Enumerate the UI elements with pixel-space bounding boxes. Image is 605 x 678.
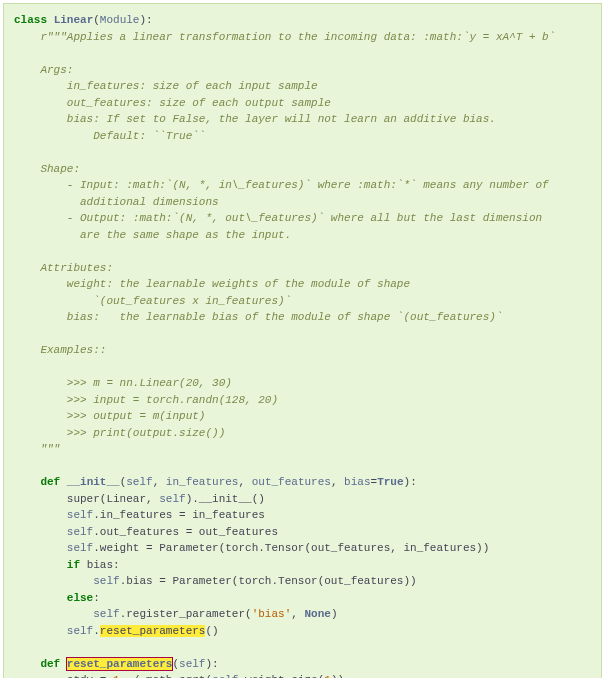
self-ref: self	[212, 674, 238, 678]
highlighted-call: reset_parameters	[100, 625, 206, 637]
docstring-line: """	[40, 443, 60, 455]
docstring-line: >>> m = nn.Linear(20, 30)	[67, 377, 232, 389]
code-block: class Linear(Module): r"""Applies a line…	[3, 3, 602, 678]
docstring-line: Args:	[40, 64, 73, 76]
docstring-line: Shape:	[40, 163, 80, 175]
code-text: ).__init__()	[186, 493, 265, 505]
self-ref: self	[67, 509, 93, 521]
code-text: ,	[291, 608, 304, 620]
docstring-line: bias: If set to False, the layer will no…	[67, 113, 496, 125]
keyword-if: if	[67, 559, 80, 571]
self-ref: self	[93, 608, 119, 620]
code-text: .register_parameter(	[120, 608, 252, 620]
docstring-line: in_features: size of each input sample	[67, 80, 318, 92]
code-text: .	[93, 625, 100, 637]
code-text: / math.sqrt(	[126, 674, 212, 678]
code-text: .in_features = in_features	[93, 509, 265, 521]
code-text: .bias = Parameter(torch.Tensor(out_featu…	[120, 575, 417, 587]
class-name: Linear	[54, 14, 94, 26]
docstring-line: weight: the learnable weights of the mod…	[67, 278, 410, 290]
docstring-line: r"""Applies a linear transformation to t…	[40, 31, 555, 43]
function-name-init: __init__	[67, 476, 120, 488]
param: bias	[344, 476, 370, 488]
code-text: )	[331, 608, 338, 620]
docstring-line: are the same shape as the input.	[80, 229, 291, 241]
keyword-def: def	[40, 658, 60, 670]
docstring-line: Default: ``True``	[93, 130, 205, 142]
docstring-line: >>> output = m(input)	[67, 410, 206, 422]
docstring-line: Attributes:	[40, 262, 113, 274]
self-ref: self	[93, 575, 119, 587]
docstring-line: - Output: :math:`(N, *, out\_features)` …	[67, 212, 542, 224]
docstring-line: >>> print(output.size())	[67, 427, 225, 439]
code-text: ))	[331, 674, 344, 678]
param-self: self	[179, 658, 205, 670]
self-ref: self	[67, 542, 93, 554]
code-text: super(Linear,	[67, 493, 159, 505]
function-name-reset: reset_parameters	[67, 658, 173, 670]
param: out_features	[252, 476, 331, 488]
docstring-line: - Input: :math:`(N, *, in\_features)` wh…	[67, 179, 549, 191]
docstring-line: Examples::	[40, 344, 106, 356]
number-literal: 1	[324, 674, 331, 678]
docstring-line: `(out_features x in_features)`	[93, 295, 291, 307]
number-literal: 1.	[113, 674, 126, 678]
string-literal: 'bias'	[252, 608, 292, 620]
keyword-def: def	[40, 476, 60, 488]
code-text: .weight.size(	[238, 674, 324, 678]
param-self: self	[126, 476, 152, 488]
docstring-line: >>> input = torch.randn(128, 20)	[67, 394, 278, 406]
self-ref: self	[159, 493, 185, 505]
code-text: ()	[205, 625, 218, 637]
code-text: .weight = Parameter(torch.Tensor(out_fea…	[93, 542, 489, 554]
code-text: bias:	[87, 559, 120, 571]
docstring-line: bias: the learnable bias of the module o…	[67, 311, 503, 323]
self-ref: self	[67, 625, 93, 637]
keyword-class: class	[14, 14, 47, 26]
param: in_features	[166, 476, 239, 488]
code-text: stdv =	[67, 674, 113, 678]
docstring-line: additional dimensions	[80, 196, 219, 208]
docstring-line: out_features: size of each output sample	[67, 97, 331, 109]
none-literal: None	[304, 608, 330, 620]
default-value: True	[377, 476, 403, 488]
base-class: Module	[100, 14, 140, 26]
code-text: .out_features = out_features	[93, 526, 278, 538]
keyword-else: else	[67, 592, 93, 604]
self-ref: self	[67, 526, 93, 538]
